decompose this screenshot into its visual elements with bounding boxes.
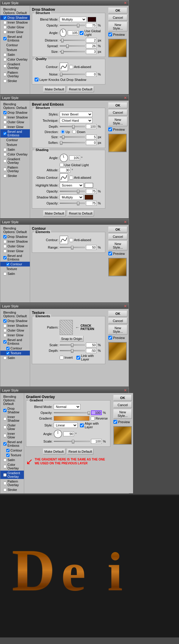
sidebar-bevel-emboss-5[interactable]: Bevel and Emboss (0, 440, 24, 448)
color-swatch-1[interactable] (88, 17, 96, 22)
sidebar-inner-glow-2[interactable]: Inner Glow (0, 124, 30, 129)
sidebar-drop-shadow-4[interactable]: Drop Shadow (0, 318, 30, 323)
gloss-contour-preview-2[interactable] (60, 173, 68, 182)
altitude-input-2[interactable] (60, 168, 70, 172)
make-default-btn-5[interactable]: Make Default (43, 449, 65, 455)
scale-slider-4[interactable] (60, 343, 85, 347)
close-btn-3[interactable]: ✕ (124, 220, 127, 224)
make-default-btn-1[interactable]: Make Default (43, 86, 66, 92)
depth-slider-2[interactable] (60, 125, 85, 128)
ok-btn-5[interactable]: OK (113, 395, 132, 401)
opacity-slider-1[interactable] (60, 24, 85, 27)
new-style-btn-4[interactable]: New Style... (108, 325, 127, 335)
new-style-btn-2[interactable]: New Style... (108, 117, 127, 126)
range-input-3[interactable] (86, 245, 97, 250)
sidebar-bevel-emboss-3[interactable]: Bevel and Emboss (0, 253, 30, 262)
new-style-btn-5[interactable]: New Style... (113, 409, 132, 419)
sidebar-blending-5[interactable]: Blending Options: Default (0, 394, 24, 406)
snap-to-origin-btn-4[interactable]: Snap to Origin (60, 336, 84, 342)
cb-outer-glow-1[interactable] (3, 26, 7, 29)
depth-slider-4[interactable] (60, 349, 85, 352)
cb-bevel-2[interactable] (3, 132, 7, 135)
cb-satin-1[interactable] (3, 53, 7, 56)
cancel-btn-2[interactable]: Cancel (108, 110, 127, 115)
sidebar-satin-5[interactable]: Satin (0, 457, 24, 462)
highlight-opacity-input-2[interactable] (86, 189, 97, 194)
sidebar-inner-shadow-3[interactable]: Inner Shadow (0, 239, 30, 244)
cb-drop-shadow-1[interactable] (3, 16, 7, 19)
sidebar-inner-shadow-4[interactable]: Inner Shadow (0, 323, 30, 328)
cb-outer-glow-2[interactable] (3, 121, 7, 124)
scale-input-4[interactable] (86, 343, 97, 347)
sidebar-inner-glow-1[interactable]: Inner Glow (0, 30, 30, 34)
opacity-input-1[interactable] (86, 23, 97, 28)
sidebar-contour-3[interactable]: Contour (0, 262, 30, 266)
sidebar-contour-5[interactable]: Contour (0, 448, 24, 453)
noise-input-1[interactable] (86, 72, 97, 77)
highlight-opacity-slider-2[interactable] (60, 189, 85, 193)
sidebar-color-overlay-1[interactable]: Color Overlay (0, 57, 30, 62)
close-btn-5[interactable]: ✕ (124, 388, 127, 392)
shadow-mode-select-2[interactable]: Multiply (60, 195, 84, 200)
shadow-opacity-slider-2[interactable] (60, 201, 85, 205)
knockout-cb-1[interactable]: Layer Knocks Out Drop Shadow (35, 78, 86, 81)
preview-cb-2[interactable]: Preview (108, 127, 127, 131)
new-style-btn-1[interactable]: New Style... (108, 22, 127, 31)
sidebar-bevel-emboss-1[interactable]: Bevel and Emboss (0, 34, 30, 43)
cb-bevel-1[interactable] (3, 37, 7, 40)
range-slider-3[interactable] (60, 246, 85, 249)
sidebar-gradient-overlay-1[interactable]: Gradient Overlay (0, 62, 30, 70)
sidebar-stroke-1[interactable]: Stroke (0, 78, 30, 83)
cb-drop-shadow-2[interactable] (3, 111, 7, 114)
sidebar-inner-glow-3[interactable]: Inner Glow (0, 249, 30, 253)
preview-cb-1[interactable]: Preview (108, 33, 127, 36)
cb-pattern-overlay-2[interactable] (3, 168, 7, 171)
sidebar-texture-3[interactable]: Texture (0, 266, 30, 271)
sidebar-bevel-emboss-2[interactable]: Bevel and Emboss (0, 129, 30, 138)
shadow-opacity-input-2[interactable] (86, 201, 97, 206)
global-light-cb-2[interactable]: Use Global Light (60, 163, 89, 167)
technique-select-2[interactable]: Chisel Hard (60, 118, 92, 123)
preview-cb-5[interactable]: Preview (113, 420, 132, 424)
size-slider-2[interactable] (60, 135, 85, 139)
soften-slider-2[interactable] (60, 141, 85, 144)
sidebar-inner-shadow-2[interactable]: Inner Shadow (0, 115, 30, 120)
sidebar-pattern-overlay-1[interactable]: Pattern Overlay (0, 70, 30, 78)
opacity-slider-5[interactable] (54, 411, 90, 415)
reset-default-btn-1[interactable]: Reset to Default (67, 86, 94, 92)
sidebar-drop-shadow-1[interactable]: Drop Shadow (0, 15, 30, 20)
sidebar-outer-glow-4[interactable]: Outer Glow (0, 328, 30, 333)
reverse-cb-5[interactable]: Reverse (91, 417, 108, 420)
close-btn-1[interactable]: ✕ (124, 1, 127, 5)
sidebar-pattern-overlay-2[interactable]: Pattern Overlay (0, 165, 30, 173)
ok-btn-1[interactable]: OK (108, 7, 127, 13)
highlight-color-2[interactable] (85, 183, 93, 188)
depth-input-2[interactable] (86, 124, 97, 129)
angle-dial-1[interactable] (60, 29, 67, 37)
cb-stroke-2[interactable] (3, 174, 7, 178)
noise-slider-1[interactable] (60, 73, 85, 76)
reset-default-btn-2[interactable]: Reset to Default (67, 210, 94, 216)
highlight-mode-select-2[interactable]: Screen (60, 183, 84, 188)
cb-color-overlay-2[interactable] (3, 153, 7, 156)
size-slider-1[interactable] (60, 50, 85, 53)
sidebar-contour-2[interactable]: Contour (0, 138, 30, 142)
sidebar-satin-2[interactable]: Satin (0, 147, 30, 152)
scale-input-5[interactable] (91, 439, 102, 444)
blend-mode-select-5[interactable]: Normal (54, 404, 81, 409)
close-btn-4[interactable]: ✕ (124, 304, 127, 308)
make-default-btn-2[interactable]: Make Default (43, 210, 66, 216)
sidebar-blending-2[interactable]: Blending Options: Default (0, 102, 30, 110)
contour-preview-1[interactable] (60, 63, 68, 71)
gradient-bar-5[interactable] (54, 416, 90, 421)
sidebar-satin-4[interactable]: Satin (0, 355, 30, 360)
reset-default-btn-5[interactable]: Reset to Default (67, 449, 94, 455)
sidebar-pattern-overlay-5[interactable]: Pattern Overlay (0, 479, 24, 487)
angle-input-1[interactable] (68, 30, 78, 35)
spread-slider-1[interactable] (60, 44, 85, 48)
sidebar-contour-4[interactable]: Contour (0, 346, 30, 351)
dir-down-2[interactable]: Down (72, 130, 85, 134)
ok-btn-2[interactable]: OK (108, 102, 127, 108)
anti-alias-cb-3[interactable]: Anti-aliased (69, 238, 91, 242)
blend-mode-select-1[interactable]: Multiply (60, 17, 87, 22)
